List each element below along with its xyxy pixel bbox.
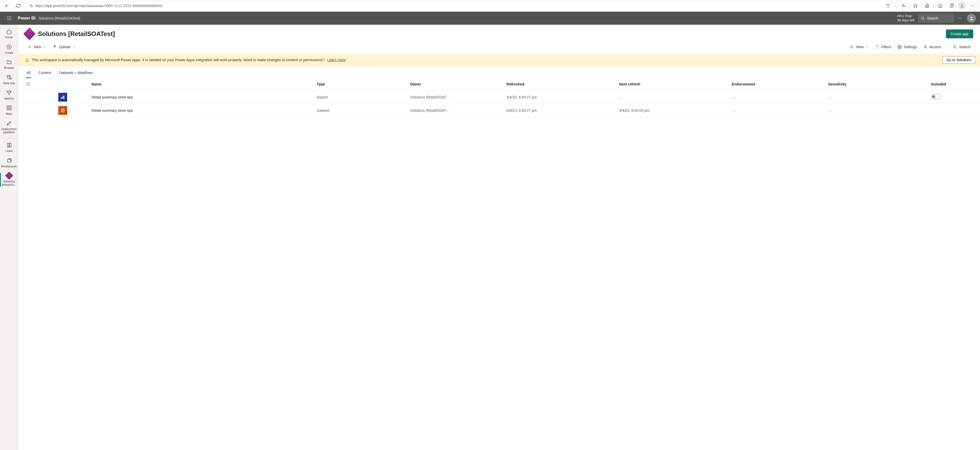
col-refreshed[interactable]: Refreshed: [504, 78, 617, 90]
svg-point-3: [961, 4, 963, 6]
nav-data-hub[interactable]: Data hub: [0, 72, 18, 88]
item-name[interactable]: Retail summary store ops: [89, 90, 314, 104]
svg-point-8: [9, 16, 10, 17]
nav-current-workspace[interactable]: Solutions [RetailSO...: [0, 171, 18, 189]
page-title: Solutions [RetailSOATest]: [38, 30, 115, 38]
col-owner[interactable]: Owner: [407, 78, 504, 90]
item-refreshed: 4/4/23, 6:00:27 pm: [504, 90, 617, 104]
item-owner: Solutions [RetailSOAT...: [407, 104, 504, 117]
svg-point-13: [8, 19, 8, 20]
dataset-icon: [58, 106, 67, 115]
read-aloud-icon[interactable]: A›): [899, 2, 909, 10]
left-nav: Home Create Browse Data hub Metrics Apps…: [0, 25, 18, 450]
nav-apps[interactable]: Apps: [0, 103, 18, 118]
search-placeholder: Search: [927, 16, 939, 20]
gear-icon: [897, 45, 902, 49]
svg-point-10: [8, 18, 8, 19]
svg-point-20: [970, 17, 972, 18]
svg-point-17: [958, 18, 959, 19]
plus-icon: [28, 45, 32, 49]
nav-home[interactable]: Home: [0, 26, 18, 42]
chevron-down-icon: [866, 45, 869, 48]
workspaces-icon: [6, 157, 12, 164]
svg-rect-0: [30, 5, 32, 7]
tab-datasets[interactable]: Datasets + dataflows: [59, 70, 94, 78]
item-sensitivity: —: [826, 90, 929, 104]
app-header: Power BI Solutions [RetailSOATest] PPU T…: [0, 12, 980, 25]
search-icon: [953, 45, 957, 49]
access-button[interactable]: Access: [921, 43, 944, 51]
item-included: [929, 90, 980, 104]
workspace-diamond-icon: [6, 172, 12, 179]
svg-point-16: [921, 17, 924, 19]
collections-icon[interactable]: [947, 2, 956, 10]
svg-point-22: [7, 75, 10, 77]
svg-point-5: [972, 5, 973, 6]
col-name[interactable]: Name: [89, 78, 314, 90]
nav-deployment-pipelines[interactable]: Deployment pipelines: [0, 118, 18, 137]
nav-workspaces[interactable]: Workspaces: [0, 155, 18, 171]
chevron-down-icon: [43, 45, 46, 48]
header-search[interactable]: Search: [918, 14, 954, 23]
browser-more-icon[interactable]: [967, 2, 977, 10]
list-icon: [850, 45, 854, 49]
col-endorsement[interactable]: Endorsement: [729, 78, 826, 90]
upload-icon: [52, 45, 57, 49]
filter-icon: [875, 45, 879, 49]
app-brand[interactable]: Power BI: [14, 16, 38, 21]
create-app-button[interactable]: Create app: [946, 29, 973, 38]
svg-point-9: [11, 16, 11, 17]
svg-point-19: [961, 18, 961, 19]
settings-button[interactable]: Settings: [895, 43, 920, 51]
table-row[interactable]: Retail summary store opsReportSolutions …: [18, 90, 980, 104]
tab-all[interactable]: All: [26, 70, 31, 78]
browser-refresh-button[interactable]: [14, 2, 22, 10]
url-bar[interactable]: https://app.powerbi.bom/groups/aaaaaaaa-…: [25, 1, 894, 10]
search-button[interactable]: Search: [950, 43, 973, 51]
svg-point-29: [899, 46, 900, 48]
svg-point-30: [924, 46, 926, 47]
app-mode-icon[interactable]: [886, 4, 890, 8]
person-icon: [923, 45, 928, 49]
svg-point-6: [974, 5, 974, 6]
app-launcher-icon[interactable]: [4, 16, 14, 20]
extensions-icon[interactable]: [922, 2, 932, 10]
svg-point-11: [9, 18, 10, 19]
browser-actions: A›): [899, 2, 977, 10]
svg-rect-1: [886, 4, 889, 7]
col-type[interactable]: Type: [314, 78, 407, 90]
upload-button[interactable]: Upload: [50, 43, 78, 51]
content: Solutions [RetailSOATest] Create app New…: [18, 25, 980, 450]
included-toggle[interactable]: [931, 94, 942, 99]
nav-create[interactable]: Create: [0, 42, 18, 57]
col-sensitivity[interactable]: Sensitivity: [826, 78, 929, 90]
nav-learn[interactable]: Learn: [0, 140, 18, 155]
svg-rect-26: [7, 109, 8, 110]
svg-point-35: [61, 109, 64, 110]
go-to-solutions-button[interactable]: Go to Solutions: [942, 56, 975, 64]
svg-rect-27: [10, 109, 11, 110]
browser-profile-avatar[interactable]: [958, 2, 966, 10]
table-row[interactable]: Retail summary store opsDatasetSolutions…: [18, 104, 980, 117]
item-refreshed: 4/4/23, 6:00:27 pm: [504, 104, 617, 117]
nav-browse[interactable]: Browse: [0, 57, 18, 72]
user-avatar[interactable]: [967, 14, 976, 23]
filters-button[interactable]: Filters: [872, 43, 894, 51]
new-button[interactable]: New: [25, 43, 49, 51]
col-included[interactable]: Included: [929, 78, 980, 90]
header-more-icon[interactable]: [954, 16, 966, 21]
learn-more-link[interactable]: Learn more: [327, 58, 346, 62]
tab-content[interactable]: Content: [38, 70, 52, 78]
view-button[interactable]: View: [847, 43, 872, 51]
breadcrumb[interactable]: Solutions [RetailSOATest]: [38, 16, 80, 20]
svg-point-14: [9, 19, 10, 20]
item-name[interactable]: Retail summary store ops: [89, 104, 314, 117]
col-check[interactable]: [18, 78, 57, 90]
document-icon: [26, 82, 30, 86]
nav-metrics[interactable]: Metrics: [0, 88, 18, 103]
trial-info: PPU Trial: 38 days left: [897, 14, 915, 23]
favorites-bar-icon[interactable]: [935, 2, 945, 10]
col-next-refresh[interactable]: Next refresh: [617, 78, 729, 90]
favorite-icon[interactable]: [910, 2, 920, 10]
browser-back-button[interactable]: [3, 2, 11, 10]
